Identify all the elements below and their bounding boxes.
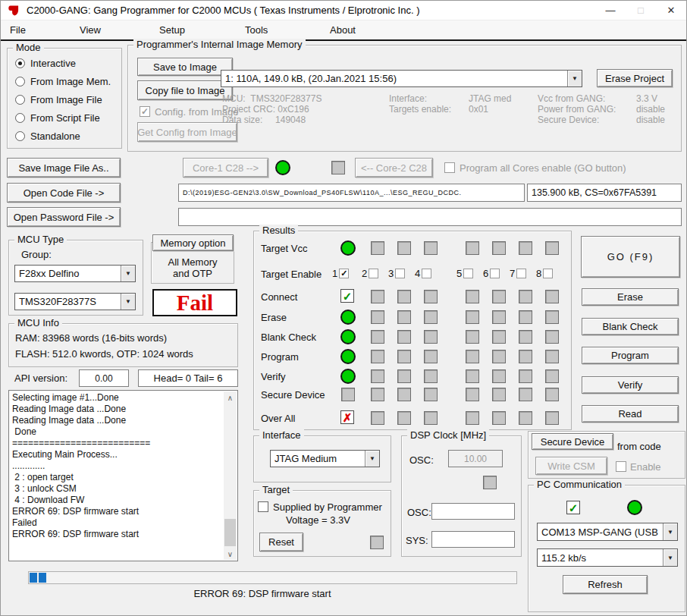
program-all-cores-checkbox[interactable] <box>444 162 455 173</box>
connect-check-1: ✓ <box>340 289 354 303</box>
core2-button[interactable]: <-- Core-2 C28 <box>355 158 433 178</box>
scrollbar-thumb[interactable] <box>224 519 236 546</box>
ti-logo-icon <box>8 5 20 17</box>
minimize-button[interactable]: — <box>595 1 626 20</box>
scroll-down-icon[interactable]: ∨ <box>224 548 237 560</box>
code-file-path-field[interactable]: D:\(2019)ESG-GEN2\3.0\SW_Download_PS40FL… <box>178 184 525 202</box>
mode-legend: Mode <box>13 42 44 53</box>
radio-from-script-file-label[interactable]: From Script File <box>30 112 100 124</box>
sys-field[interactable] <box>431 531 515 548</box>
image-slot-combobox[interactable]: 1: 110A, 149.0 kB, (20.Jan.2021 15:56) ▼ <box>221 70 582 87</box>
verify-button[interactable]: Verify <box>582 376 679 394</box>
target-enable-2-checkbox[interactable] <box>369 269 378 278</box>
menu-tools[interactable]: Tools <box>240 23 272 37</box>
vcc-square-2 <box>371 241 384 255</box>
memory-option-button[interactable]: Memory option <box>152 234 234 251</box>
menu-setup[interactable]: Setup <box>155 23 190 37</box>
osc2-field[interactable] <box>431 503 515 520</box>
results-group: Results Target Vcc Target Enable 1✓ 2 3 … <box>253 231 572 430</box>
open-code-file-button[interactable]: Open Code File -> <box>7 183 121 203</box>
info-power-label: Power from GANG: <box>538 104 616 115</box>
result-row-target-enable: Target Enable 1✓ 2 3 4 5 6 7 8 <box>254 266 571 283</box>
code-file-size-field: 135.900 kB, CS=0x67FA5391 <box>527 184 682 202</box>
target-enable-7-checkbox[interactable] <box>516 269 526 278</box>
radio-interactive[interactable] <box>15 58 25 68</box>
title-bar: C2000-GANG: Gang Programmer for C2000 MC… <box>1 1 686 20</box>
open-password-file-button[interactable]: Open Password File -> <box>7 207 121 227</box>
reset-button[interactable]: Reset <box>259 533 303 552</box>
config-from-image-checkbox[interactable]: ✓ <box>140 106 150 117</box>
info-power-value: disable <box>636 104 665 115</box>
save-image-file-as-button[interactable]: Save Image File As.. <box>7 158 121 178</box>
com-port-combobox[interactable]: COM13 MSP-GANG (USB ▼ <box>537 523 678 541</box>
mcu-group-combobox[interactable]: F28xx Delfino ▼ <box>14 265 136 282</box>
radio-from-image-mem-label[interactable]: From Image Mem. <box>30 76 111 87</box>
program-button[interactable]: Program <box>582 347 679 364</box>
target-enable-5-checkbox[interactable] <box>463 269 473 278</box>
supplied-by-programmer-checkbox[interactable] <box>258 501 268 512</box>
mcu-device-combobox[interactable]: TMS320F28377S ▼ <box>14 293 136 310</box>
go-button[interactable]: GO (F9) <box>581 236 680 278</box>
menu-about[interactable]: About <box>325 23 360 37</box>
secure-enable-label[interactable]: Enable <box>630 461 660 473</box>
image-slot-value: 1: 110A, 149.0 kB, (20.Jan.2021 15:56) <box>221 73 567 84</box>
target-enable-3-checkbox[interactable] <box>395 269 405 278</box>
target-enable-8-checkbox[interactable] <box>543 269 553 278</box>
scroll-up-icon[interactable]: ∧ <box>224 391 237 404</box>
result-row-blank-check: Blank Check <box>254 329 571 346</box>
save-to-image-button[interactable]: Save to Image <box>137 58 233 76</box>
chevron-down-icon[interactable]: ▼ <box>567 71 582 86</box>
target-enable-4-checkbox[interactable] <box>422 269 431 278</box>
osc2-label: OSC: <box>407 507 431 518</box>
info-targets-value: 0x01 <box>469 104 488 115</box>
chevron-down-icon[interactable]: ▼ <box>121 294 135 310</box>
radio-from-script-file[interactable] <box>15 113 25 123</box>
progress-bar <box>28 571 517 584</box>
radio-standalone-label[interactable]: Standalone <box>30 130 80 142</box>
refresh-button[interactable]: Refresh <box>563 575 648 594</box>
supplied-by-programmer-label[interactable]: Supplied by Programmer <box>273 501 382 513</box>
write-csm-button[interactable]: Write CSM <box>535 457 607 475</box>
info-iface-value: JTAG med <box>469 93 511 104</box>
erase-project-button[interactable]: Erase Project <box>597 69 673 87</box>
core1-status-led <box>275 160 290 175</box>
core1-button[interactable]: Core-1 C28 --> <box>183 158 268 178</box>
maximize-button[interactable]: □ <box>626 1 656 20</box>
close-button[interactable]: ✕ <box>656 1 686 20</box>
password-file-path-field[interactable] <box>178 208 682 226</box>
log-scrollbar[interactable]: ∧ ∨ <box>224 391 237 560</box>
baud-rate-value: 115.2 kb/s <box>538 552 663 564</box>
blank-check-led-1 <box>340 329 356 344</box>
radio-from-image-file-label[interactable]: From Image File <box>30 94 102 105</box>
app-window: C2000-GANG: Gang Programmer for C2000 MC… <box>0 0 687 616</box>
chevron-down-icon[interactable]: ▼ <box>663 549 677 566</box>
target-enable-1-checkbox[interactable]: ✓ <box>339 269 349 278</box>
chevron-down-icon[interactable]: ▼ <box>121 266 135 281</box>
menu-view[interactable]: View <box>75 23 105 37</box>
copy-file-to-image-button[interactable]: Copy file to Image <box>137 80 233 100</box>
interface-combobox[interactable]: JTAG Medium ▼ <box>270 450 380 467</box>
radio-from-image-file[interactable] <box>15 95 25 105</box>
radio-interactive-label[interactable]: Interactive <box>30 58 76 69</box>
chevron-down-icon[interactable]: ▼ <box>365 451 379 467</box>
pc-comm-checkbox[interactable]: ✓ <box>566 501 580 514</box>
baud-rate-combobox[interactable]: 115.2 kb/s ▼ <box>537 548 678 567</box>
secure-device-button[interactable]: Secure Device <box>532 433 613 450</box>
menu-file[interactable]: File <box>5 23 30 37</box>
chevron-down-icon[interactable]: ▼ <box>663 523 677 540</box>
target-enable-6-checkbox[interactable] <box>490 269 500 278</box>
program-all-cores-label[interactable]: Program all Cores enable (GO button) <box>460 162 626 174</box>
secure-enable-checkbox[interactable] <box>616 461 626 472</box>
info-targets-label: Targets enable: <box>389 104 451 115</box>
radio-from-image-mem[interactable] <box>15 77 25 86</box>
api-version-label: API version: <box>14 372 67 384</box>
erase-button[interactable]: Erase <box>582 288 679 306</box>
menu-bar: File View Setup Tools About <box>1 20 686 39</box>
status-badge-fail: Fail <box>152 289 237 316</box>
info-mcu: MCU: TMS320F28377S <box>222 93 322 104</box>
blank-check-button[interactable]: Blank Check <box>582 318 679 335</box>
info-secure-label: Secure Device: <box>538 115 599 125</box>
read-button[interactable]: Read <box>582 405 679 423</box>
radio-standalone[interactable] <box>15 131 25 141</box>
log-output[interactable]: Selecting image #1...Done Reading Image … <box>8 390 238 561</box>
